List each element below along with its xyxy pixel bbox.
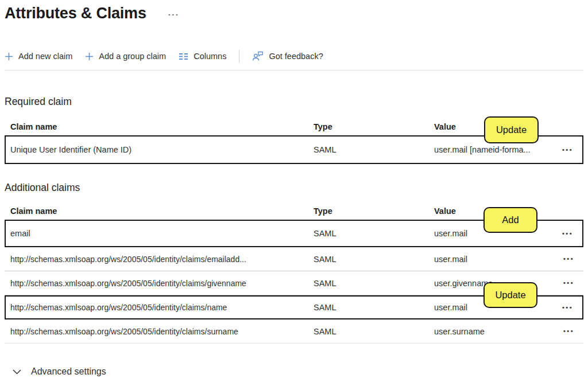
row-context-menu-button[interactable]: •••: [563, 256, 583, 262]
add-new-claim-label: Add new claim: [18, 52, 72, 61]
add-group-claim-label: Add a group claim: [99, 52, 166, 61]
claim-row-surname[interactable]: http://schemas.xmlsoap.org/ws/2005/05/id…: [5, 319, 583, 344]
claim-type-cell: SAML: [314, 303, 434, 312]
claim-name-cell[interactable]: Unique User Identifier (Name ID): [10, 145, 314, 154]
column-header-claim-name: Claim name: [10, 206, 314, 216]
claim-type-cell: SAML: [314, 229, 434, 238]
advanced-settings-label: Advanced settings: [31, 366, 106, 377]
row-context-menu-button[interactable]: •••: [562, 305, 582, 311]
annotation-update-required-value: Update: [484, 116, 539, 143]
annotation-update-name-claim: Update: [483, 282, 537, 308]
claim-value-cell: user.surname: [434, 327, 546, 336]
claim-type-cell: SAML: [314, 145, 434, 154]
column-header-claim-name: Claim name: [10, 122, 314, 131]
add-group-claim-button[interactable]: Add a group claim: [85, 52, 166, 61]
annotation-add-email-claim: Add: [483, 207, 537, 233]
column-header-type: Type: [314, 122, 434, 131]
add-new-claim-button[interactable]: Add new claim: [5, 52, 72, 61]
row-context-menu-button[interactable]: •••: [562, 231, 582, 237]
additional-claims-heading: Additional claims: [5, 182, 583, 194]
toolbar-divider: [5, 70, 583, 71]
claim-name-cell[interactable]: http://schemas.xmlsoap.org/ws/2005/05/id…: [10, 279, 314, 288]
claim-name-cell[interactable]: http://schemas.xmlsoap.org/ws/2005/05/id…: [10, 327, 314, 336]
row-context-menu-button[interactable]: •••: [563, 328, 583, 334]
toolbar-separator: [239, 50, 239, 63]
claim-name-cell[interactable]: email: [10, 229, 314, 238]
required-claim-heading: Required claim: [5, 96, 583, 108]
claim-value-cell: user.mail: [434, 255, 546, 264]
claim-row-emailaddress[interactable]: http://schemas.xmlsoap.org/ws/2005/05/id…: [5, 247, 583, 271]
claim-type-cell: SAML: [314, 279, 434, 288]
claim-name-cell[interactable]: http://schemas.xmlsoap.org/ws/2005/05/id…: [10, 255, 314, 264]
row-context-menu-button[interactable]: •••: [562, 147, 582, 153]
feedback-person-icon: [252, 51, 264, 61]
columns-label: Columns: [194, 52, 226, 61]
page-title: Attributes & Claims: [5, 5, 146, 22]
claim-value-cell: user.mail [nameid-forma...: [434, 145, 546, 154]
column-header-type: Type: [314, 206, 434, 216]
title-overflow-menu-icon[interactable]: ···: [168, 10, 180, 19]
got-feedback-label: Got feedback?: [269, 52, 323, 61]
row-context-menu-button[interactable]: •••: [563, 280, 583, 286]
claim-type-cell: SAML: [314, 327, 434, 336]
plus-icon: [5, 52, 13, 61]
claim-name-cell[interactable]: http://schemas.xmlsoap.org/ws/2005/05/id…: [10, 303, 314, 312]
command-bar: Add new claim Add a group claim Columns: [5, 48, 583, 65]
claim-type-cell: SAML: [314, 255, 434, 264]
chevron-down-icon: [13, 369, 21, 375]
columns-icon: [179, 53, 188, 60]
plus-icon: [85, 52, 94, 61]
got-feedback-button[interactable]: Got feedback?: [252, 51, 323, 61]
title-row: Attributes & Claims ···: [5, 0, 583, 22]
attributes-claims-page: Attributes & Claims ··· Add new claim Ad…: [0, 0, 588, 386]
advanced-settings-toggle[interactable]: Advanced settings: [13, 366, 106, 377]
columns-button[interactable]: Columns: [179, 52, 226, 61]
